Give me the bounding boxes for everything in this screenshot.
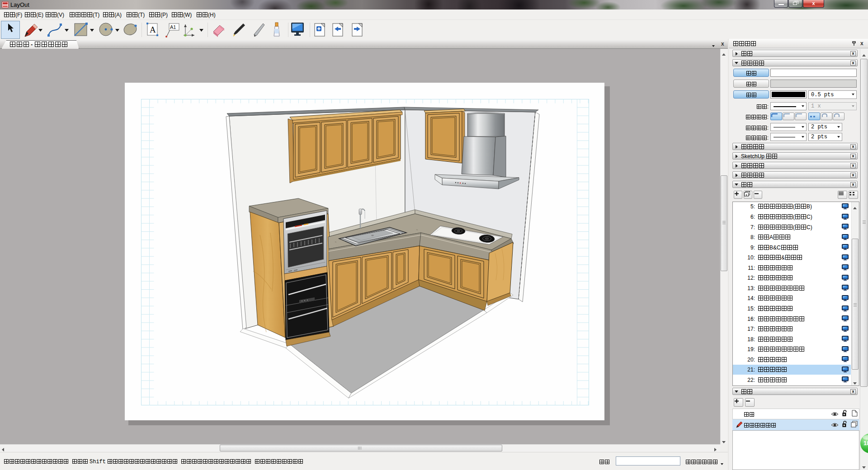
svg-text:A1: A1 [170, 24, 176, 30]
svg-text:A: A [150, 25, 156, 34]
